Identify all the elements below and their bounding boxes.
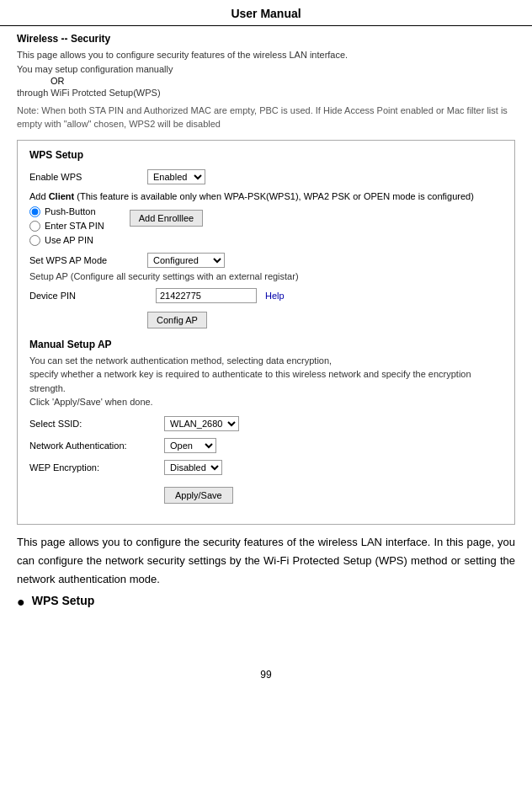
enable-wps-row: Enable WPS Enabled Disabled: [29, 169, 503, 184]
wep-encryption-row: WEP Encryption: Disabled Enabled: [29, 460, 503, 475]
radio-push-button-input[interactable]: [29, 206, 40, 217]
add-client-note: (This feature is available only when WPA…: [77, 191, 474, 201]
radio-enter-sta-pin-input[interactable]: [29, 221, 40, 232]
bottom-paragraph: This page allows you to configure the se…: [17, 533, 515, 589]
intro-note: Note: When both STA PIN and Authorized M…: [17, 104, 515, 131]
network-auth-row: Network Authentication: Open Shared: [29, 438, 503, 453]
add-client-label: Add Client: [29, 191, 74, 201]
select-ssid-select[interactable]: WLAN_2680: [164, 416, 239, 431]
apply-save-area: Apply/Save: [164, 482, 503, 512]
enable-wps-select[interactable]: Enabled Disabled: [147, 169, 205, 184]
device-pin-row: Device PIN Help: [29, 288, 503, 303]
intro-or: OR: [51, 76, 515, 86]
apply-save-button[interactable]: Apply/Save: [164, 487, 233, 504]
add-client-section: Add Client (This feature is available on…: [29, 191, 503, 246]
select-ssid-label: Select SSID:: [29, 419, 164, 429]
add-client-row: Push-Button Enter STA PIN Use AP PIN Add…: [29, 206, 503, 246]
manual-setup-title: Manual Setup AP: [29, 339, 503, 350]
device-pin-input[interactable]: [156, 288, 257, 303]
wep-encryption-select[interactable]: Disabled Enabled: [164, 460, 222, 475]
page-number: 99: [0, 669, 532, 681]
add-enrollee-button[interactable]: Add Enrolllee: [130, 210, 203, 227]
help-link[interactable]: Help: [265, 291, 285, 301]
bullet-item-wps-setup: ● WPS Setup: [17, 594, 515, 610]
bullet-wps-setup-label: WPS Setup: [32, 594, 95, 607]
intro-line3: through WiFi Protcted Setup(WPS): [17, 86, 515, 100]
page-title: User Manual: [0, 0, 532, 26]
radio-use-ap-pin-input[interactable]: [29, 235, 40, 246]
set-wps-ap-mode-row: Set WPS AP Mode Configured Unconfigured: [29, 253, 503, 268]
set-wps-ap-mode-label: Set WPS AP Mode: [29, 255, 147, 265]
network-auth-label: Network Authentication:: [29, 441, 164, 451]
select-ssid-row: Select SSID: WLAN_2680: [29, 416, 503, 431]
manual-setup-info: You can set the network authentication m…: [29, 354, 503, 409]
radio-options: Push-Button Enter STA PIN Use AP PIN: [29, 206, 104, 246]
config-ap-button[interactable]: Config AP: [147, 312, 207, 328]
wep-encryption-label: WEP Encryption:: [29, 462, 164, 473]
radio-push-button[interactable]: Push-Button: [29, 206, 104, 217]
bullet-dot: ●: [17, 594, 25, 610]
network-auth-select[interactable]: Open Shared: [164, 438, 216, 453]
wps-setup-title: WPS Setup: [29, 149, 503, 161]
set-wps-ap-mode-select[interactable]: Configured Unconfigured: [147, 253, 225, 268]
section-header: Wireless -- Security: [17, 33, 515, 45]
enable-wps-label: Enable WPS: [29, 172, 147, 182]
intro-line2: You may setup configuration manually: [17, 62, 515, 77]
radio-enter-sta-pin[interactable]: Enter STA PIN: [29, 221, 104, 232]
device-pin-label: Device PIN: [29, 291, 147, 301]
config-ap-area: Config AP: [147, 308, 503, 332]
add-enrollee-area: Add Enrolllee: [130, 206, 203, 227]
intro-line1: This page allows you to configure securi…: [17, 48, 515, 62]
radio-use-ap-pin[interactable]: Use AP PIN: [29, 235, 104, 246]
setup-ap-text: Setup AP (Configure all security setting…: [29, 271, 503, 281]
wps-setup-box: WPS Setup Enable WPS Enabled Disabled Ad…: [17, 140, 515, 525]
